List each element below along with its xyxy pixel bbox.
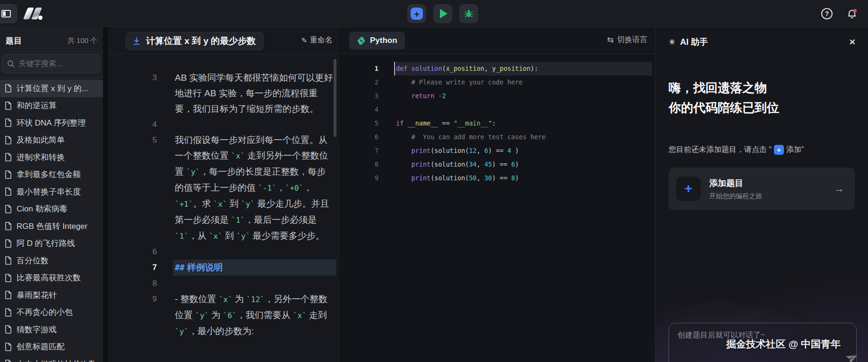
ai-assistant-panel: ✳ AI 助手 ✕ 嗨，找回遗落之物 你的代码陪练已到位 您目前还未添加题目，请…: [655, 27, 868, 362]
arrow-right-icon: →: [834, 183, 844, 195]
line-number: 3: [108, 70, 157, 117]
sidebar-item[interactable]: Cion 勒索病毒: [0, 201, 103, 218]
sidebar-item[interactable]: 环状 DNA 序列整理: [0, 114, 103, 132]
editor-header: Python ⇆ 切换语言: [341, 27, 655, 54]
sidebar-item[interactable]: RGB 色值转 Integer: [0, 218, 103, 235]
ai-panel-title: AI 助手: [680, 36, 844, 48]
sidebar-item[interactable]: 暴雨梨花针: [0, 286, 103, 304]
watermark-text: 掘金技术社区 @ 中国青年: [726, 337, 841, 351]
sidebar-toggle-button[interactable]: [0, 4, 17, 23]
sidebar-item[interactable]: 及格如此简单: [0, 132, 103, 149]
code-line[interactable]: 9 print(solution(50, 30) == 8): [341, 171, 655, 185]
search-input[interactable]: [18, 59, 95, 68]
problem-description-panel: 计算位置 x 到 y 的最少步数 ✎ 重命名 3AB 实验同学每天都很苦恼如何可…: [108, 27, 340, 362]
pencil-icon: ✎: [301, 36, 307, 45]
problem-sidebar: 题目 共 100 个 计算位置 x 到 y 的...和的逆运算环状 DNA 序列…: [0, 27, 103, 362]
markdown-line: 6: [108, 244, 340, 260]
rename-button[interactable]: ✎ 重命名: [301, 35, 333, 45]
document-icon: [5, 153, 12, 161]
line-number: 6: [108, 244, 157, 260]
search-box[interactable]: [2, 54, 100, 73]
sidebar-item[interactable]: 文本小游戏的计价次数: [0, 355, 103, 362]
document-icon: [5, 170, 12, 179]
code-line[interactable]: 3 return -2: [341, 89, 655, 103]
add-problem-card[interactable]: + 添加题目 开始您的编程之旅 →: [669, 168, 855, 210]
code-editor[interactable]: 1def solution(x_position, y_position):2 …: [341, 54, 655, 362]
document-icon: [5, 256, 12, 265]
debug-icon: [464, 8, 474, 19]
code-line[interactable]: 5if __name__ == "__main__":: [341, 117, 655, 130]
run-button[interactable]: [433, 4, 452, 23]
markdown-editor[interactable]: 3AB 实验同学每天都很苦恼如何可以更好地进行 AB 实验，每一步的流程很重要，…: [108, 54, 340, 362]
code-line[interactable]: 1def solution(x_position, y_position):: [341, 62, 655, 76]
line-number: 4: [108, 117, 157, 132]
description-header: 计算位置 x 到 y 的最少步数 ✎ 重命名: [108, 27, 340, 54]
download-icon: [132, 36, 141, 46]
document-icon: [5, 274, 12, 282]
code-line[interactable]: 4: [341, 103, 655, 117]
line-number: 7: [341, 144, 378, 158]
sidebar-item[interactable]: 百分位数: [0, 252, 103, 269]
document-icon: [5, 205, 12, 213]
panel-toggle-icon: [1, 10, 11, 17]
document-icon: [5, 325, 12, 334]
sidebar-item[interactable]: 创意标题匹配: [0, 338, 103, 356]
sidebar-item[interactable]: 阿 D 的飞行路线: [0, 235, 103, 253]
line-number: 9: [108, 291, 157, 339]
markdown-line: 9- 整数位置 `x` 为 `12`，另外一个整数位置 `y` 为 `6`，我们…: [108, 291, 340, 339]
bell-icon: [846, 8, 858, 19]
code-line[interactable]: 8 print(solution(34, 45) == 6): [341, 158, 655, 171]
markdown-heading-line: 7## 样例说明: [108, 260, 340, 276]
problem-count: 共 100 个: [68, 36, 97, 45]
code-line[interactable]: 6 # You can add more test cases here: [341, 130, 655, 144]
sidebar-item[interactable]: 计算位置 x 到 y 的...: [0, 80, 103, 97]
document-icon: [5, 84, 12, 93]
sparkle-icon: ✳: [669, 37, 675, 47]
divider: [0, 77, 103, 78]
empty-state-hint: 您目前还未添加题目，请点击 “ + 添加”: [669, 145, 804, 155]
swap-icon: ⇆: [607, 35, 614, 45]
sidebar-item[interactable]: 最小替换子串长度: [0, 183, 103, 201]
help-button[interactable]: ?: [821, 8, 833, 20]
document-icon: [5, 222, 12, 230]
add-card-title: 添加题目: [709, 177, 825, 189]
line-number: 4: [341, 103, 378, 117]
language-tab-label: Python: [370, 36, 397, 45]
marscode-logo: [24, 8, 44, 21]
document-icon: [5, 187, 12, 196]
sidebar-item[interactable]: 不再贪心的小包: [0, 304, 103, 321]
code-line[interactable]: 2 # Please write your code here: [341, 76, 655, 89]
debug-button[interactable]: [459, 4, 478, 23]
problem-title-pill[interactable]: 计算位置 x 到 y 的最少步数: [126, 32, 264, 50]
line-number: 6: [341, 130, 378, 144]
tab-python[interactable]: Python: [349, 32, 405, 50]
add-button[interactable]: +: [407, 4, 426, 23]
sidebar-item[interactable]: 猜数字游戏: [0, 321, 103, 338]
sidebar-item[interactable]: 进制求和转换: [0, 149, 103, 166]
ai-welcome-heading: 嗨，找回遗落之物 你的代码陪练已到位: [669, 78, 779, 118]
sidebar-item[interactable]: 拿到最多红包金额: [0, 166, 103, 184]
switch-language-label: 切换语言: [617, 35, 647, 45]
document-icon: [5, 136, 12, 144]
run-icon: [440, 9, 447, 18]
scrollbar[interactable]: [334, 59, 336, 137]
problem-title: 计算位置 x 到 y 的最少步数: [146, 35, 256, 47]
code-line[interactable]: 7 print(solution(12, 6) == 4 ): [341, 144, 655, 158]
line-number: 1: [341, 62, 378, 76]
plus-icon: +: [676, 177, 701, 201]
close-icon[interactable]: ✕: [849, 37, 856, 47]
notification-button[interactable]: [846, 8, 858, 20]
sidebar-item[interactable]: 比赛最高获胜次数: [0, 269, 103, 287]
sidebar-item[interactable]: 和的逆运算: [0, 97, 103, 115]
line-number: 5: [341, 117, 378, 130]
document-icon: [5, 308, 12, 317]
code-editor-panel: Python ⇆ 切换语言 1def solution(x_position, …: [340, 27, 655, 362]
document-icon: [5, 118, 12, 127]
markdown-line: 8: [108, 276, 340, 291]
document-icon: [5, 360, 12, 362]
plus-badge-icon: +: [774, 145, 784, 155]
help-icon: ?: [821, 8, 833, 19]
line-number: 8: [108, 276, 157, 291]
switch-language-button[interactable]: ⇆ 切换语言: [607, 35, 647, 45]
line-number: 5: [108, 132, 157, 244]
